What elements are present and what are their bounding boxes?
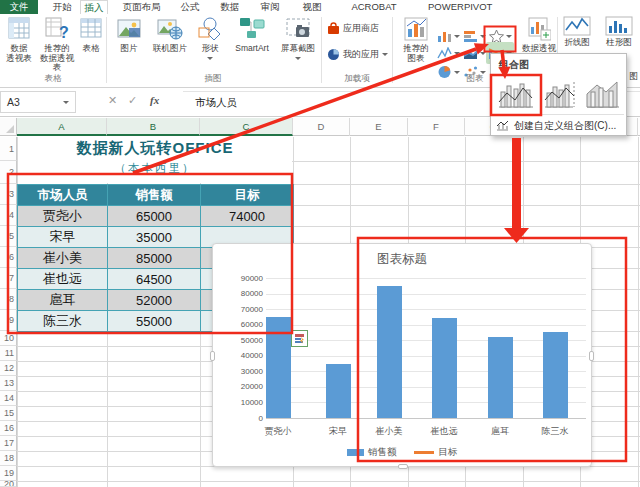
sparkline-line-label: 折线图 (564, 37, 590, 47)
table-cell[interactable]: 55000 (108, 311, 201, 332)
sparkline-column-button[interactable]: 柱形图 (600, 16, 638, 48)
column-header-D[interactable]: D (293, 118, 350, 136)
pictures-button[interactable]: 图片 (112, 16, 146, 54)
ribbon-tab-POWERPIVOT[interactable]: POWERPIVOT (428, 0, 492, 14)
chart-bar[interactable] (326, 364, 351, 418)
chart-bar[interactable] (543, 332, 568, 418)
table-cell[interactable]: 35000 (108, 227, 201, 248)
recommended-charts-button[interactable]: 推荐的 图表 (398, 16, 434, 63)
insert-column-chart-button[interactable] (437, 30, 460, 43)
insert-line-chart-button[interactable] (437, 47, 460, 60)
chart-resize-handle-right[interactable] (589, 351, 594, 361)
stock-chart-icon (489, 29, 504, 43)
ribbon-tab-插入[interactable]: 插入 (80, 0, 108, 14)
table-cell[interactable]: 陈三水 (18, 311, 108, 332)
formula-value: 市场人员 (195, 96, 237, 108)
sparkline-column-label: 柱形图 (606, 37, 632, 47)
quick-analysis-smart-tag-icon[interactable] (291, 330, 308, 347)
table-cell[interactable]: 52000 (108, 290, 201, 311)
ribbon-tab-文件[interactable]: 文件 (0, 0, 38, 14)
ribbon-tab-公式[interactable]: 公式 (172, 0, 208, 14)
table-cell[interactable]: 85000 (108, 248, 201, 269)
shapes-button[interactable]: 形状 (194, 16, 226, 63)
column-chart-icon (437, 30, 452, 43)
insert-bar-chart-button[interactable] (463, 30, 486, 43)
pictures-label: 图片 (121, 43, 138, 53)
table-header-cell[interactable]: 目标 (201, 185, 294, 206)
combo-type-clustered-column-line[interactable] (497, 78, 535, 112)
online-pictures-button[interactable]: 联机图片 (148, 16, 192, 54)
table-label: 表格 (83, 43, 100, 53)
column-header-E[interactable]: E (350, 118, 408, 136)
combo-chart-dropdown: 组合图 创建自定义组合图(C)... (490, 53, 627, 136)
embedded-chart[interactable]: 图表标题 01000020000300004000050000600007000… (212, 243, 592, 467)
table-header-cell[interactable]: 市场人员 (18, 185, 108, 206)
chart-bar[interactable] (377, 286, 402, 418)
select-all-corner[interactable] (0, 118, 17, 136)
pivotchart-icon (527, 16, 551, 42)
ribbon-tab-数据[interactable]: 数据 (212, 0, 248, 14)
excel-window: 文件开始插入页面布局公式数据审阅视图ACROBATPOWERPIVOT 数据 透… (0, 0, 640, 487)
chart-y-tick-label: 20000 (229, 382, 263, 391)
recommended-pivottable-label-1: 推荐的 (44, 43, 70, 53)
legend-label-target: 目标 (438, 446, 457, 459)
column-header-C[interactable]: C (200, 118, 293, 136)
combo-type-column-line-secondary-axis[interactable] (543, 78, 577, 112)
chart-bar[interactable] (432, 318, 457, 418)
name-box[interactable]: A3 (0, 91, 76, 113)
chart-gridline (266, 278, 586, 279)
sparkline-line-button[interactable]: 折线图 (558, 16, 596, 48)
chart-bar[interactable] (488, 337, 513, 418)
my-apps-button[interactable]: 我的应用 (327, 48, 388, 61)
screenshot-icon (285, 16, 311, 42)
create-custom-combo-menu-item[interactable]: 创建自定义组合图(C)... (494, 118, 625, 134)
insert-function-button[interactable]: fx (150, 94, 159, 106)
screenshot-button[interactable]: 屏幕截图 (278, 16, 318, 63)
pivottable-button[interactable]: 数据 透视表 (2, 16, 36, 63)
chart-gridline (266, 294, 586, 295)
name-box-dropdown-arrow (63, 101, 69, 104)
table-cell[interactable]: 74000 (201, 206, 294, 227)
shapes-icon (197, 16, 223, 42)
insert-stock-chart-button[interactable] (489, 29, 512, 43)
table-cell[interactable]: 64500 (108, 269, 201, 290)
enter-button[interactable]: ✓ (128, 94, 137, 107)
ribbon-tab-页面布局[interactable]: 页面布局 (115, 0, 168, 14)
recommended-pivottable-icon: ? (45, 16, 69, 42)
table-cell[interactable]: 崔小美 (18, 248, 108, 269)
recommended-pivottable-label-2: 数据透视表 (40, 53, 74, 73)
table-cell[interactable]: 贾尧小 (18, 206, 108, 227)
area-chart-icon (463, 47, 478, 60)
ribbon-tab-审阅[interactable]: 审阅 (252, 0, 288, 14)
store-icon (327, 22, 340, 35)
table-cell[interactable]: 崔也远 (18, 269, 108, 290)
chart-resize-handle-bottom[interactable] (398, 464, 408, 469)
screenshot-label: 屏幕截图 (281, 43, 315, 53)
combo-type-stacked-area-column[interactable] (585, 78, 621, 112)
table-header-cell[interactable]: 销售额 (108, 185, 201, 206)
store-label: 应用商店 (343, 22, 379, 35)
recommended-charts-label-2: 图表 (408, 53, 425, 63)
ribbon-tab-ACROBAT[interactable]: ACROBAT (350, 0, 398, 14)
chart-gridline (266, 340, 586, 341)
smartart-button[interactable]: SmartArt (228, 16, 276, 54)
store-button[interactable]: 应用商店 (327, 22, 379, 35)
recommended-pivottable-button[interactable]: ? 推荐的 数据透视表 (37, 16, 77, 73)
cancel-button[interactable]: ✕ (108, 94, 117, 107)
ribbon-tab-视图[interactable]: 视图 (296, 0, 328, 14)
ribbon-tab-开始[interactable]: 开始 (44, 0, 80, 14)
insert-area-chart-button[interactable] (463, 47, 486, 60)
table-cell[interactable]: 宋早 (18, 227, 108, 248)
recommended-charts-icon (403, 16, 429, 42)
table-cell[interactable]: 65000 (108, 206, 201, 227)
table-cell[interactable]: 扈耳 (18, 290, 108, 311)
column-header-B[interactable]: B (107, 118, 200, 136)
combo-dropdown-header: 组合图 (499, 58, 529, 72)
chart-gridline (266, 387, 586, 388)
column-header-F[interactable]: F (408, 118, 465, 136)
chart-bar[interactable] (266, 317, 291, 418)
column-header-A[interactable]: A (17, 118, 107, 136)
chart-resize-handle-left[interactable] (210, 351, 215, 361)
name-box-value: A3 (7, 96, 20, 108)
table-button[interactable]: 表格 (78, 16, 104, 54)
